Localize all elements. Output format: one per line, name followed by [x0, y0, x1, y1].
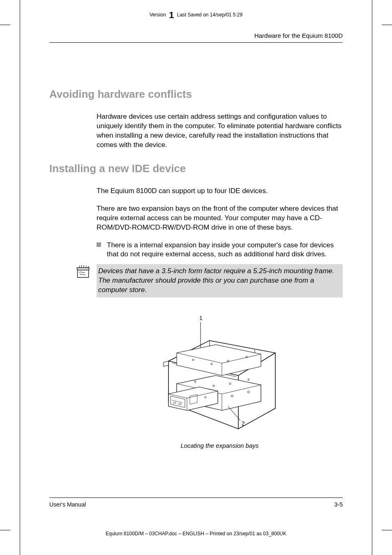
note-box-icon: [76, 264, 91, 279]
print-footer: Equium 8100D/M – 03CHAP.doc – ENGLISH – …: [0, 531, 392, 537]
figure-area: 1: [97, 314, 343, 449]
svg-line-1: [79, 266, 80, 268]
proof-header: Version 1 Last Saved on 14/sep/01 5:29: [0, 10, 392, 21]
trim-line: [20, 0, 20, 555]
crop-mark: [0, 25, 10, 25]
body-paragraph: The Equium 8100D can support up to four …: [97, 187, 343, 196]
section-heading-installing: Installing a new IDE device: [49, 162, 343, 175]
body-paragraph: There are two expansion bays on the fron…: [97, 204, 343, 233]
bullet-item: There is a internal expansion bay inside…: [97, 241, 343, 260]
svg-line-3: [83, 265, 84, 268]
crop-mark: [0, 530, 10, 530]
saved-text: Last Saved on 14/sep/01 5:29: [177, 12, 242, 18]
footer-left: User's Manual: [49, 501, 86, 508]
footer-right: 3-5: [334, 501, 343, 508]
section-heading-avoiding: Avoiding hardware conflicts: [49, 88, 343, 101]
figure-caption: Locating the expansion bays: [97, 442, 343, 449]
trim-line: [372, 0, 372, 555]
note-box: Devices that have a 3.5-inch form factor…: [97, 264, 343, 297]
crop-mark: [382, 530, 392, 530]
page-content: Hardware for the Equium 8100D Avoiding h…: [49, 32, 343, 449]
body-paragraph: Hardware devices use certain address set…: [97, 112, 343, 150]
note-text: Devices that have a 3.5-inch form factor…: [98, 267, 334, 294]
expansion-bays-diagram: 1: [156, 314, 284, 433]
bullet-text: There is a internal expansion bay inside…: [107, 241, 343, 260]
callout-label-1: 1: [199, 315, 203, 321]
version-number: 1: [169, 10, 174, 20]
svg-line-4: [85, 266, 86, 268]
callout-label-2: 2: [242, 420, 245, 427]
svg-line-2: [81, 265, 82, 268]
crop-mark: [382, 25, 392, 25]
svg-point-19: [248, 379, 249, 380]
version-label: Version: [150, 12, 166, 18]
running-header: Hardware for the Equium 8100D: [49, 32, 343, 43]
bullet-square-icon: [97, 242, 101, 247]
page-footer: User's Manual 3-5: [49, 497, 343, 508]
svg-rect-0: [78, 270, 89, 278]
